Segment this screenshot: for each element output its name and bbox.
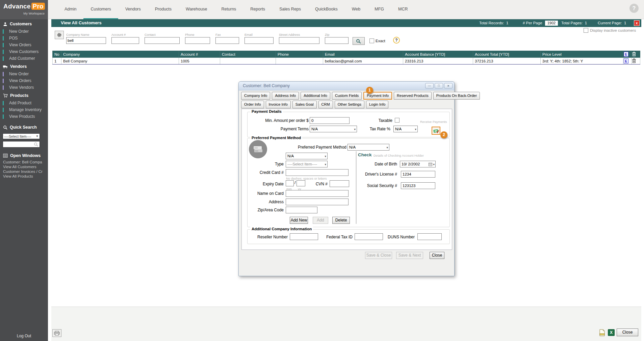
preferred-method-select[interactable]: N/A <box>347 144 389 151</box>
open-window-customer-bell[interactable]: Customer: Bell Compa <box>0 160 48 164</box>
payment-terms-select[interactable]: N/A <box>310 126 357 132</box>
help-icon[interactable]: ? <box>629 4 639 13</box>
nav-reports[interactable]: Reports <box>243 0 272 19</box>
save-next-button[interactable]: Save & Next <box>396 252 423 259</box>
tab-address-info[interactable]: Address Info <box>272 92 299 100</box>
filter-input-zip[interactable] <box>325 37 349 44</box>
sidebar-item-view-orders-customers[interactable]: View Orders <box>0 42 48 48</box>
per-page-input[interactable]: 1902 <box>545 21 558 26</box>
delete-button[interactable]: Delete <box>332 217 350 224</box>
close-view-icon[interactable]: x <box>634 20 640 26</box>
sidebar-item-add-product[interactable]: Add Product <box>0 100 48 106</box>
nav-warehouse[interactable]: Warehouse <box>179 0 214 19</box>
print-preview-button[interactable] <box>52 329 61 337</box>
duns-input[interactable] <box>417 233 442 240</box>
display-inactive-checkbox-row: Display inactive customers <box>584 28 636 33</box>
nav-sales-reps[interactable]: Sales Reps <box>272 0 308 19</box>
open-window-view-all-products[interactable]: View All Products <box>0 174 48 179</box>
tab-other-settings[interactable]: Other Settings <box>335 101 364 108</box>
nav-customers[interactable]: Customers <box>83 0 118 19</box>
maximize-icon[interactable]: □ <box>435 83 443 88</box>
expiry-yy-input[interactable] <box>297 180 305 186</box>
excel-export-icon[interactable]: X <box>608 329 615 336</box>
display-inactive-checkbox[interactable] <box>584 28 588 33</box>
name-on-card-input[interactable] <box>286 190 349 197</box>
receive-payments-button[interactable] <box>432 127 440 135</box>
filter-input-street[interactable] <box>279 37 319 44</box>
filter-input-account[interactable] <box>111 37 139 44</box>
federal-tax-input[interactable] <box>355 233 383 240</box>
tab-custom-fields[interactable]: Custom Fields <box>332 92 362 100</box>
dialog-titlebar[interactable]: Customer: Bell Company — □ × <box>239 82 454 90</box>
zip-input[interactable] <box>286 207 317 213</box>
footer-close-button[interactable]: Close <box>617 329 638 336</box>
sidebar-item-view-orders-vendors[interactable]: View Orders <box>0 77 48 84</box>
quick-search-select[interactable]: ----Select Item---- ▼ <box>3 133 40 139</box>
filter-input-phone[interactable] <box>185 37 210 44</box>
exact-checkbox[interactable] <box>369 38 374 43</box>
reseller-input[interactable] <box>290 233 318 240</box>
type-select[interactable]: ----Select Item---- <box>286 161 328 167</box>
nav-quickbooks[interactable]: QuickBooks <box>308 0 345 19</box>
nav-mcr[interactable]: MCR <box>391 0 415 19</box>
license-input[interactable] <box>401 171 435 178</box>
nav-web[interactable]: Web <box>345 0 367 19</box>
credit-card-input[interactable] <box>286 169 349 176</box>
tab-sales-goal[interactable]: Sales Goal <box>292 101 317 108</box>
print-button[interactable] <box>598 329 606 336</box>
add-new-button[interactable]: Add New <box>290 217 308 224</box>
add-button[interactable]: Add <box>313 217 328 224</box>
filter-input-contact[interactable] <box>145 37 180 44</box>
nav-returns[interactable]: Returns <box>214 0 243 19</box>
open-window-customer-invoices[interactable]: Customer Invoices / Cr <box>0 169 48 174</box>
card-select[interactable]: N/A <box>286 153 328 159</box>
tax-rate-select[interactable]: N/A <box>393 126 418 132</box>
total-records-label: Total Records: 1 <box>479 21 508 25</box>
logout-button[interactable]: Log Out <box>0 334 48 338</box>
tab-products-on-back-order[interactable]: Products On Back-Order <box>433 92 480 100</box>
sidebar-item-manage-inventory[interactable]: Manage Inventory <box>0 106 48 113</box>
table-row[interactable]: 1 Bell Company 1005 bellaciao@gmail.com … <box>53 58 640 64</box>
dialog-close-button[interactable]: Close <box>430 252 444 259</box>
nav-mfg[interactable]: MFG <box>367 0 391 19</box>
sidebar-item-add-customer[interactable]: Add Customer <box>0 55 48 62</box>
tab-reserved-products[interactable]: Reserved Products <box>394 92 432 100</box>
dob-datepicker[interactable]: 10/ 2/2002 <box>400 161 436 167</box>
save-close-button[interactable]: Save & Close <box>365 252 392 259</box>
tab-order-info[interactable]: Order Info <box>241 101 264 108</box>
expiry-mm-input[interactable] <box>286 180 294 186</box>
minimize-icon[interactable]: — <box>425 83 434 88</box>
nav-products[interactable]: Products <box>148 0 179 19</box>
taxable-checkbox[interactable] <box>395 118 400 123</box>
sidebar-item-view-vendors[interactable]: View Vendors <box>0 84 48 91</box>
ssn-input[interactable] <box>401 182 435 189</box>
sidebar-item-pos[interactable]: POS <box>0 35 48 42</box>
sidebar-item-view-products[interactable]: View Products <box>0 113 48 120</box>
edit-icon[interactable]: E <box>624 58 628 63</box>
open-window-view-all-customers[interactable]: View All Customers <box>0 164 48 169</box>
tab-company-info[interactable]: Company Info <box>241 92 270 100</box>
tab-crm[interactable]: CRM <box>318 101 333 108</box>
search-button[interactable] <box>353 37 365 45</box>
min-amount-input[interactable] <box>310 117 350 124</box>
tab-invoice-info[interactable]: Invoice Info <box>266 101 291 108</box>
filter-input-fax[interactable] <box>215 37 239 44</box>
edit-icon[interactable]: E <box>624 52 628 57</box>
tab-login-info[interactable]: Login Info <box>366 101 388 108</box>
close-icon[interactable]: × <box>444 83 453 88</box>
tab-additional-info[interactable]: Additional Info <box>301 92 330 100</box>
filter-settings-button[interactable] <box>55 31 64 39</box>
filter-help-icon[interactable]: ? <box>393 37 400 44</box>
trash-icon[interactable] <box>632 52 636 56</box>
nav-admin[interactable]: Admin <box>57 0 83 19</box>
sidebar-item-new-order-customers[interactable]: New Order <box>0 28 48 35</box>
nav-vendors[interactable]: Vendors <box>118 0 148 19</box>
filter-input-email[interactable] <box>244 37 274 44</box>
quick-search-input[interactable] <box>3 141 40 148</box>
cvn-input[interactable] <box>330 180 349 187</box>
filter-input-company[interactable] <box>66 37 106 44</box>
sidebar-item-new-order-vendors[interactable]: New Order <box>0 71 48 77</box>
trash-icon[interactable] <box>632 58 636 63</box>
address-input[interactable] <box>286 199 349 205</box>
sidebar-item-view-customers[interactable]: View Customers <box>0 48 48 55</box>
